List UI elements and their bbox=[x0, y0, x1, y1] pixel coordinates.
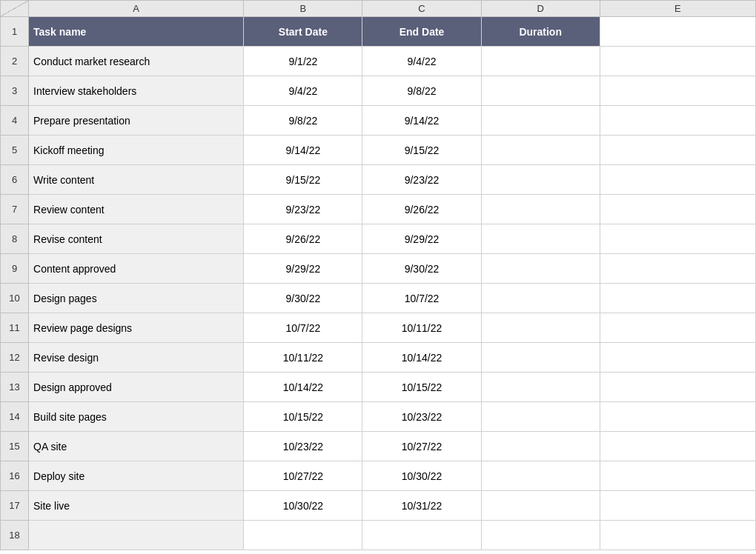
row-number-15: 15 bbox=[1, 432, 29, 461]
row-number-16: 16 bbox=[1, 461, 29, 491]
end-date-2[interactable]: 9/8/22 bbox=[362, 76, 481, 106]
duration-17[interactable] bbox=[481, 521, 600, 550]
duration-2[interactable] bbox=[481, 76, 600, 106]
duration-1[interactable] bbox=[481, 47, 600, 76]
task-name-9[interactable]: Design pages bbox=[29, 284, 244, 313]
header-task-name: Task name bbox=[29, 17, 244, 47]
corner-cell bbox=[1, 1, 29, 17]
col-e-1[interactable] bbox=[600, 47, 755, 76]
start-date-2[interactable]: 9/4/22 bbox=[244, 76, 362, 106]
duration-12[interactable] bbox=[481, 373, 600, 402]
duration-15[interactable] bbox=[481, 461, 600, 491]
start-date-12[interactable]: 10/14/22 bbox=[244, 373, 362, 402]
start-date-14[interactable]: 10/23/22 bbox=[244, 432, 362, 461]
end-date-10[interactable]: 10/11/22 bbox=[362, 313, 481, 343]
col-e-15[interactable] bbox=[600, 461, 755, 491]
task-name-8[interactable]: Content approved bbox=[29, 254, 244, 284]
row-number-17: 17 bbox=[1, 491, 29, 521]
end-date-12[interactable]: 10/15/22 bbox=[362, 373, 481, 402]
end-date-4[interactable]: 9/15/22 bbox=[362, 136, 481, 165]
col-e-13[interactable] bbox=[600, 402, 755, 432]
start-date-13[interactable]: 10/15/22 bbox=[244, 402, 362, 432]
task-name-4[interactable]: Kickoff meeting bbox=[29, 136, 244, 165]
task-name-5[interactable]: Write content bbox=[29, 165, 244, 195]
duration-16[interactable] bbox=[481, 491, 600, 521]
end-date-13[interactable]: 10/23/22 bbox=[362, 402, 481, 432]
row-number-5: 5 bbox=[1, 136, 29, 165]
start-date-8[interactable]: 9/29/22 bbox=[244, 254, 362, 284]
duration-4[interactable] bbox=[481, 136, 600, 165]
end-date-8[interactable]: 9/30/22 bbox=[362, 254, 481, 284]
start-date-16[interactable]: 10/30/22 bbox=[244, 491, 362, 521]
duration-3[interactable] bbox=[481, 106, 600, 136]
task-name-11[interactable]: Revise design bbox=[29, 343, 244, 373]
duration-5[interactable] bbox=[481, 165, 600, 195]
col-header-b: B bbox=[244, 1, 362, 17]
duration-6[interactable] bbox=[481, 195, 600, 224]
task-name-13[interactable]: Build site pages bbox=[29, 402, 244, 432]
task-name-3[interactable]: Prepare presentation bbox=[29, 106, 244, 136]
col-header-e: E bbox=[600, 1, 755, 17]
end-date-11[interactable]: 10/14/22 bbox=[362, 343, 481, 373]
start-date-15[interactable]: 10/27/22 bbox=[244, 461, 362, 491]
duration-9[interactable] bbox=[481, 284, 600, 313]
col-e-8[interactable] bbox=[600, 254, 755, 284]
row-number-8: 8 bbox=[1, 224, 29, 254]
duration-11[interactable] bbox=[481, 343, 600, 373]
start-date-6[interactable]: 9/23/22 bbox=[244, 195, 362, 224]
end-date-1[interactable]: 9/4/22 bbox=[362, 47, 481, 76]
col-e-6[interactable] bbox=[600, 195, 755, 224]
col-e-12[interactable] bbox=[600, 373, 755, 402]
end-date-14[interactable]: 10/27/22 bbox=[362, 432, 481, 461]
duration-7[interactable] bbox=[481, 224, 600, 254]
end-date-15[interactable]: 10/30/22 bbox=[362, 461, 481, 491]
task-name-10[interactable]: Review page designs bbox=[29, 313, 244, 343]
task-name-12[interactable]: Design approved bbox=[29, 373, 244, 402]
start-date-5[interactable]: 9/15/22 bbox=[244, 165, 362, 195]
row-number-6: 6 bbox=[1, 165, 29, 195]
start-date-10[interactable]: 10/7/22 bbox=[244, 313, 362, 343]
col-e-16[interactable] bbox=[600, 491, 755, 521]
col-e-3[interactable] bbox=[600, 106, 755, 136]
col-e-4[interactable] bbox=[600, 136, 755, 165]
col-e-5[interactable] bbox=[600, 165, 755, 195]
row-number-13: 13 bbox=[1, 373, 29, 402]
end-date-3[interactable]: 9/14/22 bbox=[362, 106, 481, 136]
col-e-14[interactable] bbox=[600, 432, 755, 461]
end-date-5[interactable]: 9/23/22 bbox=[362, 165, 481, 195]
row-number-4: 4 bbox=[1, 106, 29, 136]
col-e-2[interactable] bbox=[600, 76, 755, 106]
duration-14[interactable] bbox=[481, 432, 600, 461]
task-name-17[interactable] bbox=[29, 521, 244, 550]
end-date-7[interactable]: 9/29/22 bbox=[362, 224, 481, 254]
col-e-11[interactable] bbox=[600, 343, 755, 373]
start-date-9[interactable]: 9/30/22 bbox=[244, 284, 362, 313]
task-name-15[interactable]: Deploy site bbox=[29, 461, 244, 491]
task-name-14[interactable]: QA site bbox=[29, 432, 244, 461]
start-date-17[interactable] bbox=[244, 521, 362, 550]
task-name-7[interactable]: Revise content bbox=[29, 224, 244, 254]
row-number-18: 18 bbox=[1, 521, 29, 550]
col-e-10[interactable] bbox=[600, 313, 755, 343]
duration-8[interactable] bbox=[481, 254, 600, 284]
task-name-1[interactable]: Conduct market research bbox=[29, 47, 244, 76]
end-date-6[interactable]: 9/26/22 bbox=[362, 195, 481, 224]
header-end-date: End Date bbox=[362, 17, 481, 47]
start-date-7[interactable]: 9/26/22 bbox=[244, 224, 362, 254]
col-e-9[interactable] bbox=[600, 284, 755, 313]
end-date-9[interactable]: 10/7/22 bbox=[362, 284, 481, 313]
start-date-3[interactable]: 9/8/22 bbox=[244, 106, 362, 136]
col-e-17[interactable] bbox=[600, 521, 755, 550]
task-name-2[interactable]: Interview stakeholders bbox=[29, 76, 244, 106]
duration-10[interactable] bbox=[481, 313, 600, 343]
start-date-1[interactable]: 9/1/22 bbox=[244, 47, 362, 76]
end-date-16[interactable]: 10/31/22 bbox=[362, 491, 481, 521]
task-name-16[interactable]: Site live bbox=[29, 491, 244, 521]
start-date-4[interactable]: 9/14/22 bbox=[244, 136, 362, 165]
end-date-17[interactable] bbox=[362, 521, 481, 550]
duration-13[interactable] bbox=[481, 402, 600, 432]
start-date-11[interactable]: 10/11/22 bbox=[244, 343, 362, 373]
task-name-6[interactable]: Review content bbox=[29, 195, 244, 224]
col-e-7[interactable] bbox=[600, 224, 755, 254]
col-header-d: D bbox=[481, 1, 600, 17]
